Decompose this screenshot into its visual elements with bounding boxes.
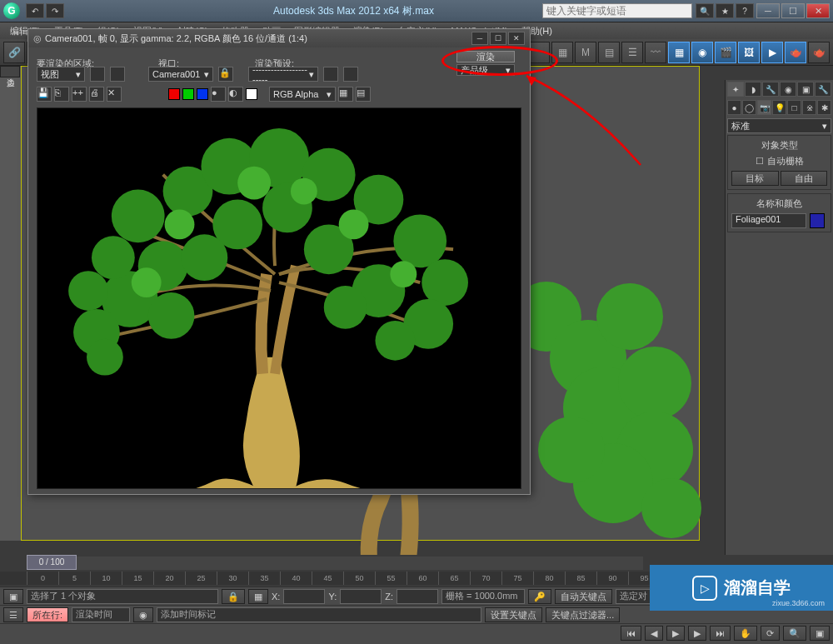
mono-icon[interactable]: ◐ xyxy=(228,87,243,102)
render-output-view[interactable] xyxy=(37,107,521,489)
nav-zoom-icon[interactable]: 🔍 xyxy=(783,626,806,641)
key-icon[interactable]: 🔑 xyxy=(528,589,551,604)
rendered-frame-icon[interactable]: 🖼 xyxy=(738,42,760,63)
preset-dropdown[interactable]: -----------------------▾ xyxy=(248,67,318,82)
red-channel-swatch[interactable] xyxy=(168,88,180,100)
app-orb-icon[interactable]: G xyxy=(3,2,20,19)
free-button[interactable]: 自由 xyxy=(781,171,828,186)
helpers-icon[interactable]: □ xyxy=(787,100,801,115)
shapes-icon[interactable]: ◯ xyxy=(742,100,756,115)
target-button[interactable]: 目标 xyxy=(731,171,779,186)
systems-icon[interactable]: ✱ xyxy=(817,100,831,115)
display-tab-icon[interactable]: ▣ xyxy=(797,82,814,97)
goto-line-button[interactable]: 所在行: xyxy=(27,607,68,622)
svg-point-35 xyxy=(339,209,369,239)
timeline-track[interactable] xyxy=(27,557,643,570)
clear-icon[interactable]: ✕ xyxy=(107,87,122,102)
print-icon[interactable]: 🖨 xyxy=(89,87,104,102)
time-slider[interactable]: 0 / 100 xyxy=(27,555,77,570)
autogrid-checkbox[interactable]: ☐ xyxy=(756,156,764,167)
svg-point-30 xyxy=(324,286,367,329)
status-hint1: 渲染时间 xyxy=(72,607,130,622)
preset-option2-icon[interactable] xyxy=(343,67,358,82)
play-next-icon[interactable]: ▶ xyxy=(688,626,706,641)
x-input[interactable] xyxy=(283,589,325,604)
close-button[interactable]: ✕ xyxy=(806,3,830,18)
maximize-button[interactable]: ☐ xyxy=(781,3,805,18)
render-setup-icon[interactable]: 🎬 xyxy=(715,42,736,63)
align-icon[interactable]: ▦ xyxy=(551,42,573,63)
y-input[interactable] xyxy=(340,589,382,604)
cameras-icon[interactable]: 📷 xyxy=(757,100,771,115)
play-end-icon[interactable]: ⏭ xyxy=(710,626,731,641)
lights-icon[interactable]: 💡 xyxy=(772,100,786,115)
rd-maximize-button[interactable]: ☐ xyxy=(490,32,506,45)
redo-button[interactable]: ↷ xyxy=(46,3,64,18)
hierarchy-tab-icon[interactable]: 🔧 xyxy=(762,82,779,97)
time-tag-icon[interactable]: ◉ xyxy=(133,607,153,622)
set-key-button[interactable]: 设置关键点 xyxy=(485,607,542,622)
toggle2-icon[interactable]: ▤ xyxy=(356,87,371,102)
mirror-icon[interactable]: M xyxy=(575,42,596,63)
key-filter-button[interactable]: 关键点过滤器... xyxy=(546,607,620,622)
isolate-icon[interactable]: ▦ xyxy=(248,589,268,604)
motion-tab-icon[interactable]: ◉ xyxy=(780,82,796,97)
viewport-dropdown[interactable]: Camera001▾ xyxy=(148,67,213,82)
object-name-input[interactable]: Foliage001 xyxy=(731,213,806,228)
script-icon[interactable]: ▣ xyxy=(3,589,23,604)
region-icon[interactable] xyxy=(90,67,105,82)
alpha-icon[interactable]: ● xyxy=(211,87,226,102)
preset-option1-icon[interactable] xyxy=(323,67,338,82)
search-icon[interactable]: 🔍 xyxy=(696,3,714,18)
white-swatch[interactable] xyxy=(246,88,257,100)
copy-icon[interactable]: ⎘ xyxy=(54,87,69,102)
undo-button[interactable]: ↶ xyxy=(26,3,44,18)
link-icon[interactable]: 🔗 xyxy=(3,42,25,63)
script2-icon[interactable]: ☰ xyxy=(3,607,23,622)
material-icon[interactable]: ◉ xyxy=(691,42,713,63)
rd-close-button[interactable]: ✕ xyxy=(508,32,525,45)
utilities-tab-icon[interactable]: 🔧 xyxy=(815,82,831,97)
schematic-icon[interactable]: ▦ xyxy=(668,42,690,63)
time-tag-field[interactable]: 添加时间标记 xyxy=(157,607,481,622)
curve-icon[interactable]: 〰 xyxy=(645,42,666,63)
play-icon[interactable]: ▶ xyxy=(666,626,685,641)
create-tab-icon[interactable]: ✦ xyxy=(727,82,744,97)
channel-dropdown[interactable]: RGB Alpha▾ xyxy=(269,87,336,102)
rd-minimize-button[interactable]: ─ xyxy=(471,32,488,45)
tool2-icon[interactable]: ? xyxy=(736,3,754,18)
tool1-icon[interactable]: ★ xyxy=(716,3,734,18)
svg-point-28 xyxy=(68,271,108,311)
geometry-icon[interactable]: ● xyxy=(727,100,741,115)
vertical-tab[interactable]: 多边 xyxy=(0,66,20,77)
teapot2-icon[interactable]: 🫖 xyxy=(808,42,830,63)
green-channel-swatch[interactable] xyxy=(182,88,194,100)
area-dropdown[interactable]: 视图▾ xyxy=(37,67,85,82)
space-warps-icon[interactable]: ※ xyxy=(802,100,816,115)
play-start-icon[interactable]: ⏮ xyxy=(621,626,641,641)
object-color-swatch[interactable] xyxy=(810,213,825,228)
toggle1-icon[interactable]: ▦ xyxy=(338,87,353,102)
play-prev-icon[interactable]: ◀ xyxy=(645,626,663,641)
z-input[interactable] xyxy=(397,589,438,604)
align2-icon[interactable]: ▤ xyxy=(598,42,620,63)
render-dialog-titlebar[interactable]: ◎ Camera001, 帧 0, 显示 gamma: 2.2, RGBA 颜色… xyxy=(28,29,530,47)
region2-icon[interactable] xyxy=(110,67,125,82)
clone-icon[interactable]: ++ xyxy=(72,87,87,102)
nav-pan-icon[interactable]: ✋ xyxy=(734,626,757,641)
minimize-button[interactable]: ─ xyxy=(756,3,780,18)
lock-selection-icon[interactable]: 🔒 xyxy=(222,589,245,604)
layer-icon[interactable]: ☰ xyxy=(621,42,643,63)
nav-orbit-icon[interactable]: ⟳ xyxy=(761,626,780,641)
save-image-icon[interactable]: 💾 xyxy=(37,87,52,102)
teapot-icon[interactable]: 🫖 xyxy=(785,42,806,63)
blue-channel-swatch[interactable] xyxy=(197,88,208,100)
category-dropdown[interactable]: 标准▾ xyxy=(727,118,831,133)
render-button[interactable]: 渲染 xyxy=(456,51,515,62)
render-icon[interactable]: ▶ xyxy=(761,42,783,63)
modify-tab-icon[interactable]: ◗ xyxy=(745,82,761,97)
auto-key-button[interactable]: 自动关键点 xyxy=(555,589,612,604)
nav-max-icon[interactable]: ▣ xyxy=(810,626,830,641)
help-search-input[interactable] xyxy=(542,3,692,18)
lock-icon[interactable]: 🔒 xyxy=(218,67,233,82)
